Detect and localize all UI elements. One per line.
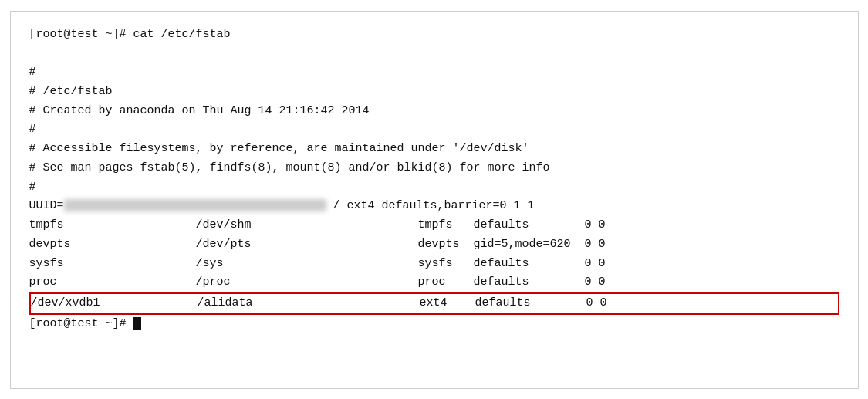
proc-line: proc /proc proc defaults 0 0	[29, 273, 839, 292]
uuid-value	[64, 199, 326, 211]
final-prompt: [root@test ~]#	[29, 315, 839, 334]
comment-seeman: # See man pages fstab(5), findfs(8), mou…	[29, 159, 839, 178]
comment-fstab: # /etc/fstab	[29, 83, 839, 102]
uuid-prefix: UUID=	[29, 199, 64, 212]
comment-hash3: #	[29, 178, 839, 198]
cursor	[133, 317, 141, 330]
comment-created: # Created by anaconda on Thu Aug 14 21:1…	[29, 102, 839, 121]
uuid-suffix: / ext4 defaults,barrier=0 1 1	[326, 199, 535, 212]
uuid-line: UUID= / ext4 defaults,barrier=0 1 1	[29, 197, 839, 216]
devpts-line: devpts /dev/pts devpts gid=5,mode=620 0 …	[29, 235, 839, 255]
tmpfs-line: tmpfs /dev/shm tmpfs defaults 0 0	[29, 216, 839, 235]
comment-hash: #	[29, 63, 839, 83]
blank-line-1	[29, 44, 839, 63]
comment-hash2: #	[29, 120, 839, 140]
sysfs-line: sysfs /sys sysfs defaults 0 0	[29, 255, 839, 274]
comment-accessible: # Accessible filesystems, by reference, …	[29, 140, 839, 159]
prompt-text: [root@test ~]#	[29, 317, 133, 330]
xvdb1-highlighted-row: /dev/xvdb1 /alidata ext4 defaults 0 0	[29, 292, 839, 315]
command-line: [root@test ~]# cat /etc/fstab	[29, 25, 839, 45]
terminal-window: [root@test ~]# cat /etc/fstab # # /etc/f…	[10, 11, 859, 389]
